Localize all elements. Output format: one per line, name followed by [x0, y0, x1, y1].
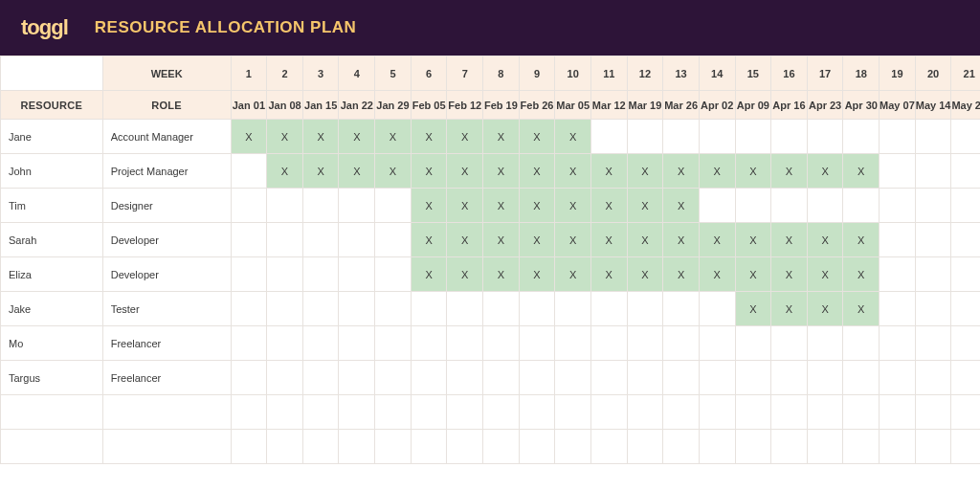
alloc-cell[interactable]: X — [555, 223, 591, 257]
alloc-cell[interactable] — [627, 326, 663, 361]
alloc-cell[interactable]: X — [627, 257, 663, 292]
alloc-cell[interactable] — [807, 361, 843, 395]
alloc-cell[interactable]: X — [302, 120, 339, 154]
alloc-cell[interactable] — [231, 189, 267, 223]
empty-cell[interactable] — [735, 430, 771, 464]
resource-name[interactable]: Tim — [1, 189, 103, 223]
alloc-cell[interactable]: X — [735, 154, 771, 189]
alloc-cell[interactable] — [771, 189, 808, 223]
alloc-cell[interactable]: X — [843, 223, 880, 257]
empty-cell[interactable] — [843, 395, 880, 430]
alloc-cell[interactable] — [915, 292, 951, 326]
alloc-cell[interactable]: X — [627, 223, 663, 257]
alloc-cell[interactable]: X — [699, 223, 735, 257]
alloc-cell[interactable] — [699, 326, 735, 361]
empty-cell[interactable] — [880, 430, 916, 464]
resource-name[interactable]: John — [1, 154, 103, 189]
resource-name[interactable]: Targus — [1, 361, 103, 395]
alloc-cell[interactable]: X — [771, 154, 808, 189]
empty-cell[interactable] — [951, 430, 980, 464]
empty-cell[interactable] — [951, 395, 980, 430]
empty-cell[interactable] — [267, 430, 303, 464]
empty-cell[interactable] — [483, 430, 520, 464]
alloc-cell[interactable] — [375, 292, 412, 326]
empty-cell[interactable] — [699, 395, 735, 430]
alloc-cell[interactable]: X — [375, 154, 412, 189]
alloc-cell[interactable] — [447, 292, 483, 326]
alloc-cell[interactable]: X — [411, 223, 447, 257]
alloc-cell[interactable] — [699, 361, 735, 395]
alloc-cell[interactable] — [880, 292, 916, 326]
alloc-cell[interactable]: X — [663, 223, 700, 257]
alloc-cell[interactable]: X — [663, 154, 700, 189]
empty-cell[interactable] — [843, 430, 880, 464]
alloc-cell[interactable] — [411, 326, 447, 361]
alloc-cell[interactable] — [231, 292, 267, 326]
alloc-cell[interactable]: X — [411, 189, 447, 223]
alloc-cell[interactable] — [267, 361, 303, 395]
alloc-cell[interactable] — [231, 154, 267, 189]
alloc-cell[interactable]: X — [663, 257, 700, 292]
alloc-cell[interactable] — [807, 326, 843, 361]
alloc-cell[interactable] — [915, 154, 951, 189]
alloc-cell[interactable]: X — [590, 189, 627, 223]
alloc-cell[interactable] — [663, 361, 700, 395]
alloc-cell[interactable] — [267, 292, 303, 326]
alloc-cell[interactable] — [880, 154, 916, 189]
alloc-cell[interactable] — [302, 326, 339, 361]
alloc-cell[interactable] — [735, 120, 771, 154]
resource-name[interactable]: Jake — [1, 292, 103, 326]
alloc-cell[interactable] — [735, 189, 771, 223]
empty-cell[interactable] — [915, 395, 951, 430]
empty-cell[interactable] — [447, 395, 483, 430]
alloc-cell[interactable] — [951, 189, 980, 223]
alloc-cell[interactable] — [411, 292, 447, 326]
alloc-cell[interactable] — [267, 189, 303, 223]
empty-cell[interactable] — [411, 395, 447, 430]
alloc-cell[interactable]: X — [483, 154, 520, 189]
alloc-cell[interactable] — [339, 257, 375, 292]
empty-cell[interactable] — [1, 430, 103, 464]
alloc-cell[interactable]: X — [483, 189, 520, 223]
alloc-cell[interactable] — [915, 120, 951, 154]
alloc-cell[interactable] — [590, 120, 627, 154]
alloc-cell[interactable]: X — [339, 120, 375, 154]
alloc-cell[interactable] — [951, 257, 980, 292]
alloc-cell[interactable]: X — [555, 120, 591, 154]
alloc-cell[interactable] — [375, 361, 412, 395]
alloc-cell[interactable] — [375, 189, 412, 223]
alloc-cell[interactable] — [951, 223, 980, 257]
alloc-cell[interactable] — [951, 361, 980, 395]
empty-cell[interactable] — [880, 395, 916, 430]
alloc-cell[interactable] — [302, 292, 339, 326]
alloc-cell[interactable] — [375, 223, 412, 257]
alloc-cell[interactable] — [807, 189, 843, 223]
alloc-cell[interactable] — [915, 189, 951, 223]
empty-cell[interactable] — [771, 430, 808, 464]
empty-cell[interactable] — [339, 430, 375, 464]
empty-cell[interactable] — [447, 430, 483, 464]
empty-cell[interactable] — [231, 395, 267, 430]
alloc-cell[interactable]: X — [735, 257, 771, 292]
alloc-cell[interactable] — [843, 326, 880, 361]
alloc-cell[interactable]: X — [627, 154, 663, 189]
alloc-cell[interactable] — [880, 326, 916, 361]
alloc-cell[interactable] — [267, 257, 303, 292]
alloc-cell[interactable]: X — [519, 154, 555, 189]
empty-cell[interactable] — [375, 430, 412, 464]
alloc-cell[interactable] — [231, 257, 267, 292]
alloc-cell[interactable]: X — [843, 292, 880, 326]
empty-cell[interactable] — [411, 430, 447, 464]
alloc-cell[interactable]: X — [807, 223, 843, 257]
empty-cell[interactable] — [807, 395, 843, 430]
alloc-cell[interactable] — [302, 257, 339, 292]
alloc-cell[interactable] — [519, 292, 555, 326]
alloc-cell[interactable]: X — [663, 189, 700, 223]
alloc-cell[interactable] — [951, 292, 980, 326]
alloc-cell[interactable] — [375, 326, 412, 361]
alloc-cell[interactable] — [880, 361, 916, 395]
empty-cell[interactable] — [735, 395, 771, 430]
resource-name[interactable]: Eliza — [1, 257, 103, 292]
resource-role[interactable]: Tester — [102, 292, 231, 326]
alloc-cell[interactable]: X — [735, 292, 771, 326]
